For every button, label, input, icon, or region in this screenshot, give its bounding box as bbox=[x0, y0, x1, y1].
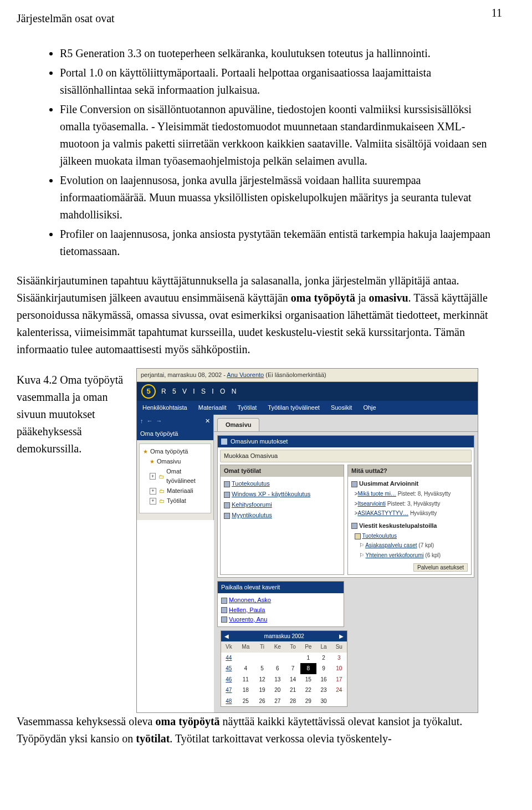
nav-prev-icon[interactable]: ← bbox=[147, 416, 153, 426]
list-item[interactable]: Windows XP - käyttökoulutus bbox=[224, 490, 340, 499]
cal-day[interactable]: 26 bbox=[255, 696, 269, 707]
workspace-link[interactable]: Myyntikoulutus bbox=[232, 512, 272, 518]
cal-day[interactable]: 10 bbox=[331, 663, 347, 674]
cal-dow: Pe bbox=[300, 641, 316, 653]
date-text: perjantai, marraskuu 08, 2002 - bbox=[141, 371, 227, 378]
cal-day[interactable]: 7 bbox=[285, 663, 300, 674]
menu-item[interactable]: Henkilökohtaista bbox=[137, 401, 193, 415]
bullet-icon bbox=[221, 607, 227, 613]
user-link[interactable]: Anu Vuorento bbox=[227, 371, 264, 378]
news-item[interactable]: ⚐ Yhteinen verkkofoorumi (6 kpl) bbox=[351, 551, 468, 560]
news-link[interactable]: Tuotekoulutus bbox=[362, 533, 397, 539]
workspace-link[interactable]: Tuotekoulutus bbox=[232, 480, 270, 487]
cal-day[interactable] bbox=[285, 653, 300, 664]
cal-week[interactable]: 44 bbox=[221, 653, 237, 664]
menu-item[interactable]: Työtilan työvälineet bbox=[262, 401, 325, 415]
cal-prev-icon[interactable]: ◀ bbox=[224, 632, 229, 641]
cal-day[interactable]: 24 bbox=[331, 685, 347, 696]
menu-item[interactable]: Työtilat bbox=[232, 401, 262, 415]
cal-day[interactable]: 19 bbox=[255, 685, 269, 696]
news-item[interactable]: ⚐ Asiakaspalvelu caset (7 kpl) bbox=[351, 541, 468, 550]
friend-link[interactable]: Hellen, Paula bbox=[229, 607, 265, 613]
cal-next-icon[interactable]: ▶ bbox=[339, 632, 344, 641]
cal-day[interactable] bbox=[255, 653, 269, 664]
cal-day[interactable]: 13 bbox=[269, 674, 285, 685]
cal-day[interactable]: 22 bbox=[300, 685, 316, 696]
list-item[interactable]: Kehitysfoorumi bbox=[224, 500, 340, 510]
menu-item[interactable]: Materiaalit bbox=[193, 401, 232, 415]
list-item[interactable]: Myyntikoulutus bbox=[224, 511, 340, 520]
cal-day[interactable]: 18 bbox=[237, 685, 255, 696]
cal-week[interactable]: 46 bbox=[221, 674, 237, 685]
expand-icon[interactable]: + bbox=[150, 488, 156, 495]
cal-day[interactable]: 12 bbox=[255, 674, 269, 685]
cal-day[interactable]: 17 bbox=[331, 674, 347, 685]
edit-omasivu-button[interactable]: Muokkaa Omasivua bbox=[220, 450, 472, 462]
nav-tree[interactable]: ★Oma työpöytä ★Omasivu +🗀Omat työvälinee… bbox=[139, 444, 211, 513]
news-item[interactable]: >ASIAKASTYYTYV… Hyväksytty bbox=[351, 509, 468, 518]
news-link[interactable]: Asiakaspalvelu caset bbox=[365, 542, 417, 548]
cal-day-today[interactable]: 8 bbox=[300, 663, 316, 674]
tree-label: Oma työpöytä bbox=[150, 447, 188, 456]
cal-day[interactable]: 4 bbox=[237, 663, 255, 674]
list-item[interactable]: Vuorento, Anu bbox=[221, 615, 340, 624]
tree-item[interactable]: +🗀Omat työvälineet bbox=[142, 467, 208, 486]
expand-icon[interactable]: + bbox=[150, 473, 156, 480]
cal-day[interactable]: 14 bbox=[285, 674, 300, 685]
cal-day[interactable]: 25 bbox=[237, 696, 255, 707]
folder-icon: 🗀 bbox=[159, 497, 165, 506]
news-item[interactable]: >Mikä tuote mi… Pisteet: 8, Hyväksytty bbox=[351, 490, 468, 498]
cal-day[interactable]: 2 bbox=[316, 653, 331, 664]
cal-day[interactable]: 28 bbox=[285, 696, 300, 707]
cal-day[interactable]: 11 bbox=[237, 674, 255, 685]
news-link[interactable]: Itsearviointi bbox=[357, 501, 386, 507]
close-icon[interactable]: ✕ bbox=[205, 416, 210, 426]
cal-week[interactable]: 45 bbox=[221, 663, 237, 674]
tree-item[interactable]: ★Omasivu bbox=[142, 457, 208, 466]
calendar-widget[interactable]: ◀ marraskuu 2002 ▶ Vk Ma Ti Ke bbox=[221, 630, 347, 707]
cal-day[interactable]: 9 bbox=[316, 663, 331, 674]
service-settings-button[interactable]: Palvelun asetukset bbox=[413, 563, 468, 572]
cal-day[interactable]: 6 bbox=[269, 663, 285, 674]
cal-day[interactable]: 20 bbox=[269, 685, 285, 696]
cal-day[interactable]: 5 bbox=[255, 663, 269, 674]
news-link[interactable]: Yhteinen verkkofoorumi bbox=[366, 552, 424, 558]
cal-day[interactable]: 23 bbox=[316, 685, 331, 696]
workspace-link[interactable]: Kehitysfoorumi bbox=[232, 501, 272, 508]
workspace-link[interactable]: Windows XP - käyttökoulutus bbox=[232, 491, 310, 497]
nav-back-icon[interactable]: ↑ bbox=[140, 416, 144, 426]
cal-day[interactable] bbox=[237, 653, 255, 664]
list-item[interactable]: Tuotekoulutus bbox=[224, 479, 340, 488]
cal-day[interactable] bbox=[331, 696, 347, 707]
news-item[interactable]: Tuotekoulutus bbox=[351, 532, 468, 541]
list-item[interactable]: Mononen, Asko bbox=[221, 595, 340, 605]
tree-item[interactable]: +🗀Työtilat bbox=[142, 496, 208, 506]
cal-week[interactable]: 47 bbox=[221, 685, 237, 696]
tree-item[interactable]: ★Oma työpöytä bbox=[142, 447, 208, 456]
news-link[interactable]: ASIAKASTYYTYV… bbox=[357, 510, 408, 516]
section-kaverit: Paikalla olevat kaverit Mononen, Asko He… bbox=[217, 581, 344, 626]
cal-day[interactable]: 16 bbox=[316, 674, 331, 685]
friend-link[interactable]: Vuorento, Anu bbox=[229, 616, 267, 623]
friend-link[interactable]: Mononen, Asko bbox=[229, 597, 271, 603]
cal-day[interactable]: 21 bbox=[285, 685, 300, 696]
product-name: R 5 V I S I O N bbox=[161, 386, 238, 397]
news-link[interactable]: Mikä tuote mi… bbox=[357, 491, 396, 497]
news-item[interactable]: >Itsearviointi Pisteet: 3, Hyväksytty bbox=[351, 500, 468, 508]
cal-day[interactable]: 29 bbox=[300, 696, 316, 707]
tab-omasivu[interactable]: Omasivu bbox=[217, 418, 259, 431]
cal-day[interactable] bbox=[269, 653, 285, 664]
cal-day[interactable]: 3 bbox=[331, 653, 347, 664]
cal-day[interactable]: 30 bbox=[316, 696, 331, 707]
cal-day[interactable]: 15 bbox=[300, 674, 316, 685]
expand-icon[interactable]: + bbox=[150, 498, 156, 505]
cal-day[interactable]: 27 bbox=[269, 696, 285, 707]
cal-dow: Ke bbox=[269, 641, 285, 653]
cal-week[interactable]: 48 bbox=[221, 696, 237, 707]
list-item[interactable]: Hellen, Paula bbox=[221, 605, 340, 615]
cal-day[interactable]: 1 bbox=[300, 653, 316, 664]
nav-next-icon[interactable]: → bbox=[156, 416, 162, 426]
menu-item[interactable]: Ohje bbox=[357, 401, 381, 415]
menu-item[interactable]: Suosikit bbox=[325, 401, 358, 415]
tree-item[interactable]: +🗀Materiaali bbox=[142, 486, 208, 496]
